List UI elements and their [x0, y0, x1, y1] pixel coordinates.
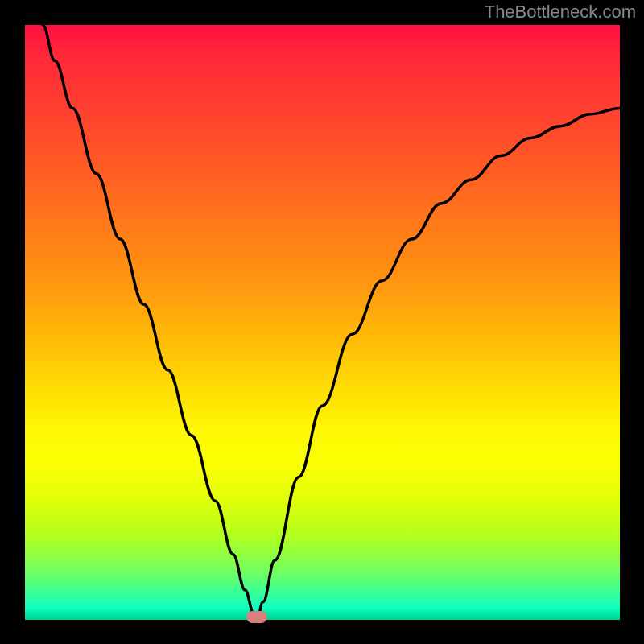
optimal-point-marker [246, 611, 267, 623]
chart-plot-area [25, 25, 620, 620]
bottleneck-curve [25, 25, 620, 620]
watermark-text: TheBottleneck.com [485, 2, 636, 23]
